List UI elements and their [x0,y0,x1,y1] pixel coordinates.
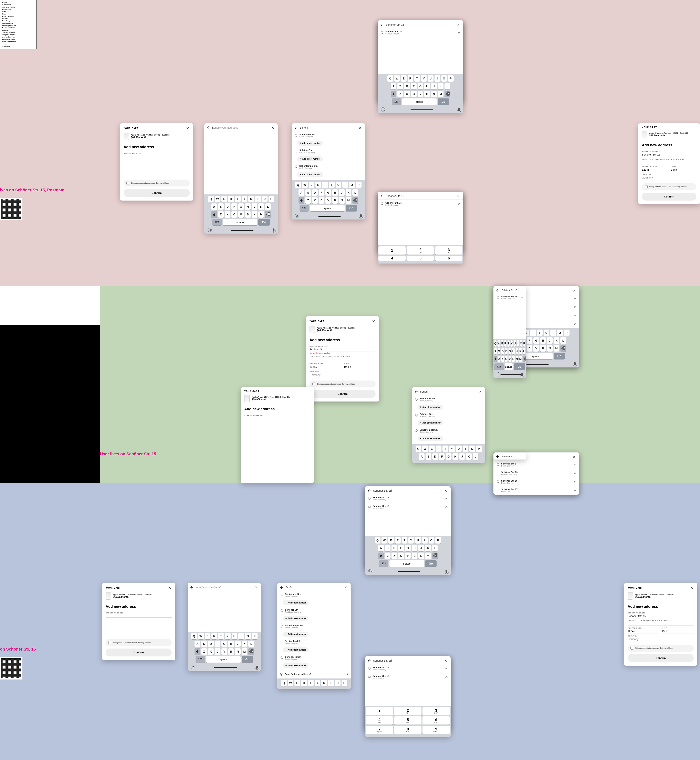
key-s[interactable]: S [385,545,391,551]
mic-icon[interactable] [458,108,460,111]
key-h[interactable]: H [332,189,338,196]
key-u[interactable]: U [428,75,433,82]
key-o[interactable]: O [262,196,267,202]
key-y[interactable]: Y [449,446,455,452]
key-d[interactable]: D [225,203,230,210]
key-p[interactable]: P [356,182,361,188]
suggestion-row[interactable]: Schöner Str. 17Berlin, Germany [494,486,579,495]
key-b[interactable]: B [540,345,546,351]
key-c[interactable]: C [231,211,237,218]
billing-same-row[interactable]: Billing address is the same as delivery … [628,645,694,652]
key-h[interactable]: H [540,337,546,344]
key-j[interactable]: J [339,189,345,196]
key-d[interactable]: D [312,189,318,196]
key-w[interactable]: W [394,75,400,82]
key-v[interactable]: V [222,648,227,655]
numeric-key[interactable]: 123 [212,219,222,225]
key-l[interactable]: L [248,641,254,647]
insert-icon[interactable] [445,506,448,508]
key-i[interactable]: I [238,633,244,639]
key-j[interactable]: J [235,641,241,647]
insert-icon[interactable] [574,323,576,325]
key-q[interactable]: Q [375,537,380,543]
numkey-3[interactable]: 3DEF [422,707,450,715]
backspace-key[interactable] [352,197,358,204]
add-street-number-chip[interactable]: +Add street number [417,404,443,410]
key-i[interactable]: I [517,340,519,347]
suggestion-row[interactable]: Schöner Str. 15Berlin, Germany [494,478,579,486]
back-icon[interactable] [415,390,418,393]
add-street-number-chip[interactable]: +Add street number [283,663,308,668]
suggestion-row[interactable]: Schöner Str.Postdam, Germany [412,411,485,420]
street-input[interactable] [106,614,172,618]
key-y[interactable]: Y [537,329,542,336]
suggestion-row[interactable]: Schönauer Str.Berlin, Germany [412,395,485,404]
key-t[interactable]: T [442,446,448,452]
key-o[interactable]: O [441,75,447,82]
mic-icon[interactable] [360,214,362,217]
key-u[interactable]: U [232,633,238,639]
backspace-key[interactable] [248,648,254,655]
key-s[interactable]: S [425,453,431,460]
key-n[interactable]: N [339,197,345,204]
key-m[interactable]: M [345,197,351,204]
key-w[interactable]: W [381,537,387,543]
space-key[interactable]: space [206,656,241,663]
search-input[interactable]: Schön [286,586,342,589]
key-o[interactable]: O [557,329,563,336]
backspace-key[interactable] [445,91,450,97]
key-f[interactable]: F [215,641,220,647]
add-street-number-chip[interactable]: +Add street number [297,156,323,161]
emoji-icon[interactable] [208,228,212,232]
numkey-8[interactable]: 8TUV [394,726,422,734]
key-i[interactable]: I [255,196,261,202]
key-k[interactable]: K [242,641,247,647]
key-g[interactable]: G [417,83,423,89]
key-x[interactable]: X [225,211,230,218]
key-i[interactable]: I [434,75,440,82]
mic-icon[interactable] [521,373,523,376]
key-f[interactable]: F [231,203,237,210]
key-z[interactable]: Z [385,552,391,559]
additional-input[interactable] [309,358,376,361]
key-c[interactable]: C [319,197,324,204]
key-v[interactable]: V [325,197,331,204]
search-input[interactable]: Schön [420,390,476,393]
key-t[interactable]: T [402,537,408,543]
go-key[interactable]: Go [258,219,270,225]
key-r[interactable]: R [211,633,217,639]
numkey-4[interactable]: 4GHI [366,716,393,724]
key-n[interactable]: N [431,91,437,97]
back-icon[interactable] [294,126,298,130]
key-l[interactable]: L [523,348,525,354]
key-k[interactable]: K [425,545,431,551]
numkey-1[interactable]: 1 [378,247,406,254]
key-b[interactable]: B [412,552,417,559]
key-p[interactable]: P [435,537,441,543]
key-p[interactable]: P [564,329,569,336]
key-h[interactable]: H [424,83,430,89]
key-w[interactable]: W [288,680,294,686]
numkey-4[interactable]: 4 [378,256,406,261]
key-i[interactable]: I [462,446,468,452]
add-street-number-chip[interactable]: +Add street number [283,647,308,652]
suggestion-row[interactable]: Schöner Str. 1Berlin, Germany [494,460,579,469]
suggestion-row[interactable]: Schöner Str.Postdam, Germany [277,607,351,615]
go-key[interactable]: Go [514,364,525,370]
numeric-key[interactable]: 123 [379,560,388,567]
space-key[interactable]: space [402,98,437,105]
key-t[interactable]: T [508,340,509,347]
key-i[interactable]: I [550,329,556,336]
key-c[interactable]: C [505,356,507,362]
close-icon[interactable] [372,319,376,323]
key-t[interactable]: T [308,680,314,686]
key-p[interactable]: P [252,633,258,639]
go-key[interactable]: Go [438,98,449,105]
key-p[interactable]: P [523,340,525,347]
key-f[interactable]: F [439,453,445,460]
key-c[interactable]: C [411,91,417,97]
key-b[interactable]: B [424,91,430,97]
key-x[interactable]: X [208,648,214,655]
key-h[interactable]: H [412,545,417,551]
clear-icon[interactable] [344,586,347,589]
